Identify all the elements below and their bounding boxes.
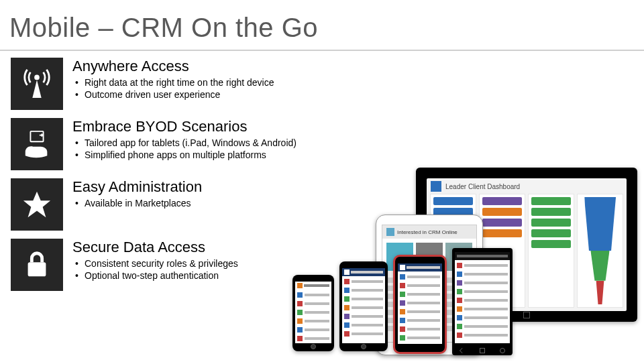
bullet: Consistent security roles & privileges <box>75 257 238 269</box>
phone-device-2 <box>339 261 388 351</box>
ipad-title: Interested in CRM Online <box>397 229 458 235</box>
tablet-home-button <box>523 312 530 318</box>
antenna-icon <box>11 58 63 110</box>
phone-device-4 <box>452 248 513 355</box>
phone-device-3 <box>393 255 447 354</box>
feature-heading: Embrace BYOD Scenarios <box>72 118 297 135</box>
svg-point-0 <box>34 75 40 80</box>
feature-heading: Anywhere Access <box>72 58 274 75</box>
feature-text: Secure Data Access Consistent security r… <box>63 239 238 282</box>
svg-rect-2 <box>28 262 46 276</box>
feature-heading: Easy Administration <box>72 178 202 196</box>
bullet: Outcome driven user experience <box>75 88 274 101</box>
bullet: Simplified phone apps on multiple platfo… <box>75 149 297 161</box>
device-cluster: Leader Client Dashboard <box>288 168 637 355</box>
hand-device-icon <box>11 118 63 170</box>
svg-rect-1 <box>30 131 43 141</box>
lock-icon <box>11 239 63 291</box>
feature-bullets: Available in Marketplaces <box>72 197 202 209</box>
tablet-title: Leader Client Dashboard <box>445 183 520 190</box>
feature-bullets: Tailored app for tablets (i.Pad, Windows… <box>72 137 297 161</box>
title-rule <box>0 50 644 51</box>
feature-heading: Secure Data Access <box>72 239 238 256</box>
bullet: Tailored app for tablets (i.Pad, Windows… <box>75 137 297 149</box>
feature-text: Easy Administration Available in Marketp… <box>63 178 202 209</box>
feature-text: Embrace BYOD Scenarios Tailored app for … <box>63 118 297 161</box>
bullet: Right data at the right time on the righ… <box>75 76 274 88</box>
phone-device-1 <box>292 275 334 351</box>
page-title: Mobile – CRM On the Go <box>9 13 318 43</box>
feature-text: Anywhere Access Right data at the right … <box>63 58 274 101</box>
bullet: Optional two-step authentication <box>75 269 238 282</box>
feature-row-anywhere: Anywhere Access Right data at the right … <box>11 58 373 110</box>
title-bar: Mobile – CRM On the Go <box>0 0 644 50</box>
bullet: Available in Marketplaces <box>75 197 202 209</box>
feature-row-byod: Embrace BYOD Scenarios Tailored app for … <box>11 118 373 170</box>
star-icon <box>11 178 63 231</box>
phone-nav-buttons <box>452 348 513 353</box>
feature-bullets: Right data at the right time on the righ… <box>72 76 274 101</box>
feature-bullets: Consistent security roles & privileges O… <box>72 257 238 282</box>
phone-home-button <box>311 344 316 349</box>
phone-home-button <box>361 344 366 349</box>
